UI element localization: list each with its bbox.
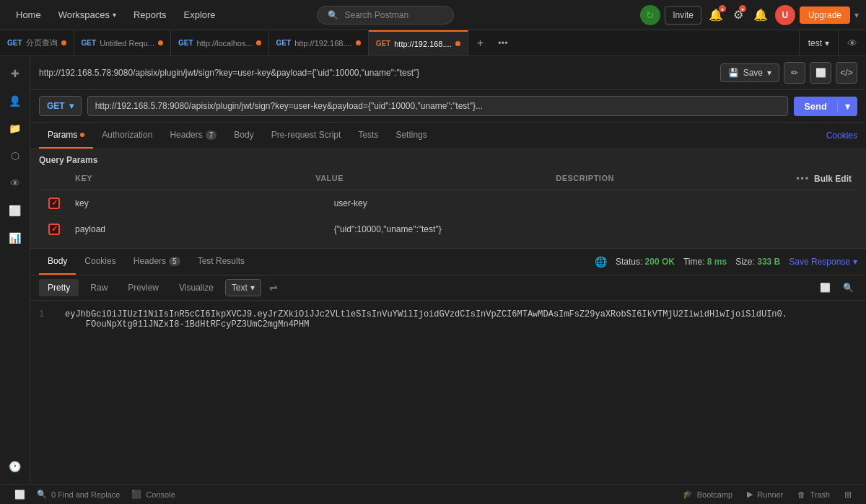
tab-label-0: 分页查询 [26, 37, 58, 48]
format-tab-raw[interactable]: Raw [82, 279, 116, 296]
api-icon[interactable]: ⬡ [4, 144, 27, 167]
response-section: Body Cookies Headers 5 Test Results 🌐 St… [30, 249, 866, 484]
console-button[interactable]: ⬛ Console [126, 490, 180, 499]
runner-button[interactable]: ▶ Runner [741, 490, 789, 499]
nav-explore[interactable]: Explore [175, 0, 224, 30]
expand-icon-bottom[interactable]: ⬜ [9, 490, 31, 500]
resp-tab-test-results[interactable]: Test Results [189, 249, 253, 275]
grid-icon-bottom[interactable]: ⊞ [839, 490, 857, 500]
bootcamp-icon: 🎓 [683, 490, 693, 499]
param-actions-1 [846, 226, 857, 232]
edit-icon-button[interactable]: ✏ [784, 62, 805, 84]
url-bar: http://192.168.5.78:9080/apisix/plugin/j… [30, 56, 866, 90]
new-tab-button[interactable]: + [468, 30, 492, 56]
param-value-1[interactable]: {"uid":10000,"uname":"test"} [328, 221, 587, 237]
history-icon[interactable]: 🕐 [4, 455, 27, 478]
response-body: 1 eyJhbGciOiJIUzI1NiIsInR5cCI6IkpXVCJ9.e… [30, 301, 866, 484]
collection-icon[interactable]: 📁 [4, 117, 27, 140]
param-desc-1[interactable] [587, 226, 846, 232]
invite-button[interactable]: Invite [665, 6, 701, 25]
params-header-description: DESCRIPTION [550, 171, 790, 187]
more-tabs-button[interactable]: ••• [492, 30, 514, 56]
wrap-icon-button[interactable]: ⇌ [264, 278, 283, 297]
param-checkbox-0[interactable]: ✓ [39, 195, 69, 212]
format-actions: ⬜ 🔍 [815, 278, 857, 297]
copy-icon-button[interactable]: ⬜ [810, 62, 831, 84]
resp-tab-body[interactable]: Body [39, 249, 76, 275]
param-checkbox-1[interactable]: ✓ [39, 221, 69, 238]
params-header-checkbox [39, 171, 69, 187]
bottom-right: 🎓 Bootcamp ▶ Runner 🗑 Trash ⊞ [677, 490, 857, 500]
params-dot-indicator [80, 133, 84, 137]
tab-label-1: Untitled Requ... [100, 39, 154, 48]
globe-icon[interactable]: 🌐 [595, 256, 607, 268]
method-select[interactable]: GET ▾ [39, 96, 82, 116]
method-label: GET [47, 101, 65, 111]
tab-tests[interactable]: Tests [349, 123, 387, 149]
save-button[interactable]: 💾 Save ▾ [720, 63, 779, 82]
alerts-icon[interactable]: 🔔 [751, 5, 771, 25]
new-icon[interactable]: ✚ [4, 62, 27, 85]
checkbox-1[interactable]: ✓ [48, 224, 60, 235]
notifications-icon[interactable]: 🔔 ● [706, 5, 726, 25]
param-desc-0[interactable] [587, 200, 846, 206]
upgrade-button[interactable]: Upgrade [800, 6, 850, 24]
settings-icon[interactable]: ⚙ ● [730, 5, 746, 25]
tab-4[interactable]: GET http://192.168.... [369, 30, 468, 56]
cookies-link[interactable]: Cookies [826, 131, 857, 141]
params-header-bulk: ••• Bulk Edit [790, 171, 857, 187]
checkbox-0[interactable]: ✓ [48, 198, 60, 209]
url-value: http://192.168.5.78:9080/apisix/plugin/j… [95, 101, 483, 111]
param-key-1[interactable]: payload [69, 221, 328, 237]
tab-headers[interactable]: Headers 7 [161, 123, 225, 149]
bulk-dots[interactable]: ••• [796, 174, 810, 184]
save-response-button[interactable]: Save Response ▾ [789, 257, 857, 267]
tab-2[interactable]: GET http://localhos... [171, 30, 269, 56]
nav-right: ↻ Invite 🔔 ● ⚙ ● 🔔 U Upgrade ▾ [640, 5, 859, 25]
search-bar[interactable]: 🔍 Search Postman [317, 6, 454, 25]
text-select[interactable]: Text ▾ [225, 279, 261, 296]
nav-workspaces[interactable]: Workspaces ▾ [50, 0, 125, 30]
avatar[interactable]: U [775, 5, 795, 25]
trash-button[interactable]: 🗑 Trash [792, 490, 836, 499]
resp-tab-headers[interactable]: Headers 5 [125, 249, 189, 275]
sync-icon[interactable]: ↻ [640, 5, 660, 25]
search-response-icon[interactable]: 🔍 [839, 278, 857, 297]
eye-icon[interactable]: 👁 [838, 30, 866, 56]
find-replace-button[interactable]: 🔍 0 Find and Replace [31, 490, 126, 499]
tab-method-4: GET [376, 40, 391, 48]
tab-authorization[interactable]: Authorization [93, 123, 161, 149]
copy-response-icon[interactable]: ⬜ [815, 278, 834, 297]
monitor-icon[interactable]: 📊 [4, 226, 27, 249]
tab-params[interactable]: Params [39, 123, 93, 149]
bulk-edit-label[interactable]: Bulk Edit [814, 174, 852, 184]
send-button[interactable]: Send ▾ [794, 97, 857, 116]
tab-settings[interactable]: Settings [387, 123, 435, 149]
format-tab-visualize[interactable]: Visualize [170, 279, 222, 296]
nav-home[interactable]: Home [7, 0, 50, 30]
size-label: Size: 333 B [735, 257, 780, 267]
mock-icon[interactable]: ⬜ [4, 199, 27, 222]
env-selector[interactable]: test ▾ [799, 30, 838, 56]
tab-body[interactable]: Body [225, 123, 262, 149]
param-value-0[interactable]: user-key [328, 195, 587, 211]
user-icon[interactable]: 👤 [4, 89, 27, 112]
format-tab-preview[interactable]: Preview [119, 279, 167, 296]
tab-1[interactable]: GET Untitled Requ... [74, 30, 171, 56]
code-icon-button[interactable]: </> [836, 62, 857, 84]
send-chevron-icon[interactable]: ▾ [837, 101, 857, 112]
tab-bar: GET 分页查询 GET Untitled Requ... GET http:/… [0, 30, 866, 56]
resp-tab-cookies[interactable]: Cookies [76, 249, 124, 275]
url-input[interactable]: http://192.168.5.78:9080/apisix/plugin/j… [87, 96, 789, 116]
bootcamp-button[interactable]: 🎓 Bootcamp [677, 490, 739, 499]
tab-0[interactable]: GET 分页查询 [0, 30, 74, 56]
format-tab-pretty[interactable]: Pretty [39, 279, 79, 296]
save-icon: 💾 [728, 68, 739, 78]
nav-reports[interactable]: Reports [125, 0, 175, 30]
param-key-0[interactable]: key [69, 195, 328, 211]
tab-3[interactable]: GET http://192.168.... [269, 30, 369, 56]
tab-method-2: GET [178, 39, 193, 47]
tab-pre-request[interactable]: Pre-request Script [263, 123, 350, 149]
expand-icon[interactable]: ▾ [854, 10, 859, 20]
environment-icon[interactable]: 👁 [4, 172, 27, 195]
